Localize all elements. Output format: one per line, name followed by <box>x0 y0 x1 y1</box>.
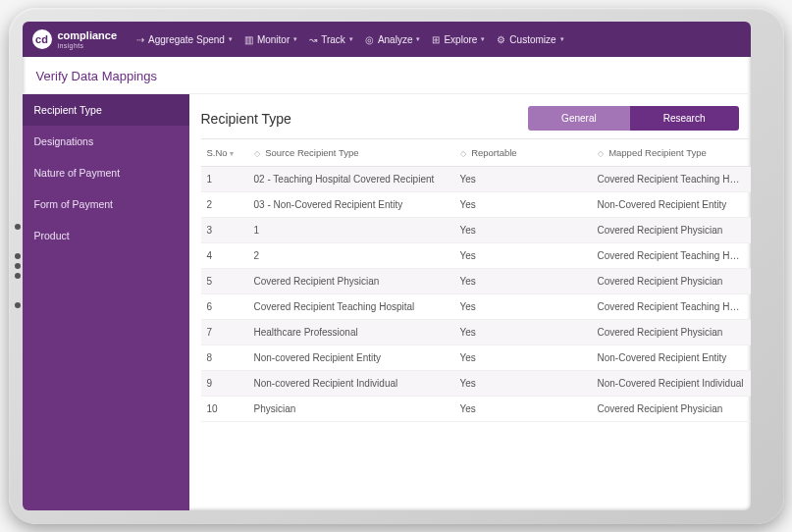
table-row[interactable]: 102 - Teaching Hospital Covered Recipien… <box>201 167 751 192</box>
nav-aggregate-spend[interactable]: ⇢ Aggregate Spend ▾ <box>136 34 233 45</box>
col-header-sno[interactable]: S.No ▾ <box>201 139 248 167</box>
nav-label: Analyze <box>378 34 413 45</box>
cell-reportable: Yes <box>454 243 592 269</box>
page-body: Verify Data Mappings Recipient Type Desi… <box>23 57 751 510</box>
table-row[interactable]: 42YesCovered Recipient Teaching Hospital <box>201 243 751 269</box>
cell-source: 03 - Non-Covered Recipient Entity <box>248 192 454 218</box>
cell-mapped: Covered Recipient Teaching Hospital <box>592 294 751 320</box>
cell-source: Non-covered Recipient Individual <box>248 371 454 397</box>
explore-icon: ⊞ <box>432 34 440 45</box>
nav-customize[interactable]: ⚙ Customize ▾ <box>497 34 563 45</box>
monitor-icon: ▥ <box>244 34 253 45</box>
col-label: Reportable <box>471 147 516 158</box>
cell-sno: 9 <box>201 371 248 397</box>
sort-icon: ◇ <box>598 149 604 158</box>
table-row[interactable]: 6Covered Recipient Teaching HospitalYesC… <box>201 294 751 320</box>
cell-source: Healthcare Professional <box>248 320 454 346</box>
table-row[interactable]: 31YesCovered Recipient Physician <box>201 218 751 243</box>
cell-source: Non-covered Recipient Entity <box>248 346 454 371</box>
cell-sno: 4 <box>201 243 248 269</box>
nav-track[interactable]: ↝ Track ▾ <box>309 34 353 45</box>
table-row[interactable]: 9Non-covered Recipient IndividualYesNon-… <box>201 371 751 397</box>
cell-reportable: Yes <box>454 192 592 218</box>
chevron-down-icon: ▾ <box>560 35 564 43</box>
cell-mapped: Non-Covered Recipient Entity <box>592 192 751 218</box>
sidebar: Recipient Type Designations Nature of Pa… <box>23 94 189 510</box>
cell-source: 2 <box>248 243 454 269</box>
cell-mapped: Covered Recipient Physician <box>592 320 751 346</box>
app-screen: cd compliance insights ⇢ Aggregate Spend… <box>23 22 751 510</box>
table-row[interactable]: 203 - Non-Covered Recipient EntityYesNon… <box>201 192 751 218</box>
tab-general[interactable]: General <box>528 106 630 131</box>
col-header-source[interactable]: ◇ Source Recipient Type <box>248 139 454 167</box>
cell-mapped: Covered Recipient Teaching Hospital <box>592 243 751 269</box>
table-row[interactable]: 8Non-covered Recipient EntityYesNon-Cove… <box>201 346 751 371</box>
cell-sno: 6 <box>201 294 248 320</box>
nav-monitor[interactable]: ▥ Monitor ▾ <box>244 34 297 45</box>
cell-source: 02 - Teaching Hospital Covered Recipient <box>248 167 454 192</box>
cell-mapped: Covered Recipient Physician <box>592 218 751 243</box>
nav-label: Customize <box>509 34 555 45</box>
top-navigation: cd compliance insights ⇢ Aggregate Spend… <box>23 22 751 57</box>
cell-source: Covered Recipient Teaching Hospital <box>248 294 454 320</box>
cell-reportable: Yes <box>454 218 592 243</box>
chevron-down-icon: ▾ <box>416 35 420 43</box>
nav-explore[interactable]: ⊞ Explore ▾ <box>432 34 485 45</box>
chevron-down-icon: ▾ <box>229 35 233 43</box>
sidebar-item-form-of-payment[interactable]: Form of Payment <box>23 188 189 220</box>
cell-reportable: Yes <box>454 167 592 192</box>
main-title: Recipient Type <box>201 111 291 127</box>
tablet-hardware-dots <box>15 224 21 308</box>
cell-reportable: Yes <box>454 294 592 320</box>
cell-mapped: Covered Recipient Physician <box>592 397 751 422</box>
cell-sno: 2 <box>201 192 248 218</box>
cell-reportable: Yes <box>454 346 592 371</box>
chevron-down-icon: ▾ <box>293 35 297 43</box>
nav-label: Monitor <box>257 34 290 45</box>
analyze-icon: ◎ <box>365 34 374 45</box>
main-header: Recipient Type General Research <box>201 106 751 131</box>
sidebar-item-designations[interactable]: Designations <box>23 126 189 157</box>
table-row[interactable]: 10PhysicianYesCovered Recipient Physicia… <box>201 397 751 422</box>
brand[interactable]: cd compliance insights <box>32 29 118 49</box>
cell-mapped: Non-Covered Recipient Individual <box>592 371 751 397</box>
chevron-down-icon: ▾ <box>349 35 353 43</box>
tab-toggle: General Research <box>528 106 738 131</box>
nav-label: Aggregate Spend <box>148 34 225 45</box>
cell-sno: 8 <box>201 346 248 371</box>
sidebar-item-nature-of-payment[interactable]: Nature of Payment <box>23 157 189 188</box>
cell-sno: 5 <box>201 269 248 294</box>
customize-icon: ⚙ <box>497 34 505 45</box>
brand-logo-icon: cd <box>32 29 52 49</box>
workspace: Recipient Type Designations Nature of Pa… <box>23 94 751 510</box>
cell-reportable: Yes <box>454 371 592 397</box>
table-row[interactable]: 5Covered Recipient PhysicianYesCovered R… <box>201 269 751 294</box>
cell-reportable: Yes <box>454 397 592 422</box>
col-label: Source Recipient Type <box>265 147 358 158</box>
aggregate-spend-icon: ⇢ <box>136 34 144 45</box>
cell-sno: 7 <box>201 320 248 346</box>
sidebar-item-product[interactable]: Product <box>23 220 189 251</box>
cell-source: Covered Recipient Physician <box>248 269 454 294</box>
col-header-mapped[interactable]: ◇ Mapped Recipient Type <box>592 139 751 167</box>
table-row[interactable]: 7Healthcare ProfessionalYesCovered Recip… <box>201 320 751 346</box>
brand-name: compliance <box>58 30 118 41</box>
tab-research[interactable]: Research <box>630 106 739 131</box>
nav-label: Track <box>321 34 345 45</box>
main-content: Recipient Type General Research <box>189 94 751 510</box>
col-header-reportable[interactable]: ◇ Reportable <box>454 139 592 167</box>
cell-mapped: Covered Recipient Teaching Hospital <box>592 167 751 192</box>
cell-reportable: Yes <box>454 320 592 346</box>
table-header-row: S.No ▾ ◇ Source Recipient Type ◇ <box>201 139 751 167</box>
page-title: Verify Data Mappings <box>23 57 751 94</box>
brand-sub: insights <box>58 42 118 49</box>
cell-source: Physician <box>248 397 454 422</box>
cell-sno: 3 <box>201 218 248 243</box>
sidebar-item-recipient-type[interactable]: Recipient Type <box>23 94 189 126</box>
cell-reportable: Yes <box>454 269 592 294</box>
sort-icon: ◇ <box>254 149 260 158</box>
brand-text: compliance insights <box>58 30 118 49</box>
nav-analyze[interactable]: ◎ Analyze ▾ <box>365 34 421 45</box>
cell-source: 1 <box>248 218 454 243</box>
chevron-down-icon: ▾ <box>481 35 485 43</box>
